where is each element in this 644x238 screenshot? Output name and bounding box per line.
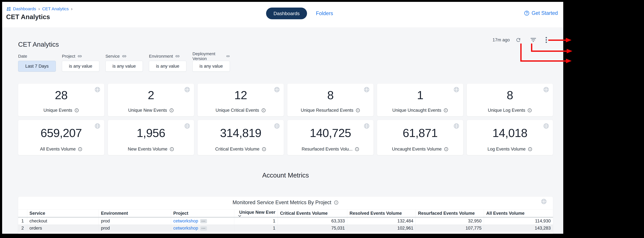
row-number: 2	[18, 224, 27, 232]
dashboard-area: CET Analytics 17m ago	[2, 28, 563, 234]
cell-environment: prod	[98, 224, 171, 232]
tile-new-events-volume[interactable]: 1,956 New Events Volume	[108, 120, 194, 155]
project-drill-menu-icon[interactable]: ···	[200, 226, 207, 230]
table-title: Monitored Service Event Metrics By Proje…	[232, 200, 331, 206]
globe-icon	[543, 123, 549, 129]
tile-label: Log Events Volume	[488, 146, 526, 152]
dashboards-grid-icon[interactable]	[6, 6, 11, 11]
filter-environment-label: Environment	[149, 54, 186, 59]
info-icon[interactable]	[169, 108, 174, 112]
metrics-table: Service Environment Project Unique New E…	[18, 210, 553, 232]
col-rownum	[18, 210, 27, 217]
filter-date-value[interactable]: Last 7 Days	[18, 61, 56, 72]
filter-icon[interactable]	[530, 38, 536, 42]
filter-date: Date Last 7 Days	[18, 54, 56, 72]
filter-deployment-version-label: Deployment Version	[192, 54, 230, 59]
breadcrumb-dashboards[interactable]: Dashboards	[13, 6, 36, 11]
info-icon[interactable]	[355, 147, 359, 152]
info-icon[interactable]	[74, 108, 79, 112]
cell-critical: 63,333	[278, 217, 347, 224]
kebab-menu-icon[interactable]	[546, 37, 547, 43]
cell-critical: 75,031	[278, 224, 347, 232]
col-resurfaced-events-volume[interactable]: Resurfaced Events Volume	[416, 210, 484, 217]
col-environment[interactable]: Environment	[98, 210, 171, 217]
globe-icon	[274, 86, 280, 93]
globe-icon	[453, 123, 460, 129]
tile-unique-log-events[interactable]: 8 Unique Log Events	[467, 84, 553, 116]
tile-log-events-volume[interactable]: 14,018 Log Events Volume	[467, 120, 553, 155]
project-drill-menu-icon[interactable]: ···	[200, 219, 207, 223]
tile-value: 61,871	[403, 126, 438, 140]
info-icon[interactable]	[444, 147, 448, 152]
col-project[interactable]: Project	[171, 210, 234, 217]
filter-environment-value[interactable]: is any value	[149, 61, 186, 72]
cell-environment: prod	[98, 217, 171, 224]
link-icon	[78, 54, 82, 58]
tab-folders[interactable]: Folders	[316, 10, 333, 16]
tile-resurfaced-events-volume[interactable]: 140,725 Resurfaced Events Volu...	[287, 120, 374, 155]
col-critical-events-volume[interactable]: Critical Events Volume	[278, 210, 347, 217]
tile-unique-critical-events[interactable]: 12 Unique Critical Events	[198, 84, 284, 116]
info-icon[interactable]	[444, 108, 448, 112]
tile-unique-events[interactable]: 28 Unique Events	[18, 84, 104, 116]
cell-all: 143,283	[484, 224, 553, 232]
breadcrumb-cet-analytics[interactable]: CET Analytics	[42, 6, 68, 11]
tile-unique-new-events[interactable]: 2 Unique New Events	[108, 84, 194, 116]
tile-value: 28	[55, 88, 68, 102]
tile-uncaught-events-volume[interactable]: 61,871 Uncaught Events Volume	[377, 120, 463, 155]
filter-project-value[interactable]: is any value	[62, 61, 99, 72]
col-unique-new-events[interactable]: Unique New Ever	[234, 210, 278, 217]
metric-tiles-row-2: 659,207 All Events Volume 1,956 New Even…	[18, 120, 553, 155]
tile-label: Unique Log Events	[488, 108, 525, 113]
tile-all-events-volume[interactable]: 659,207 All Events Volume	[18, 120, 104, 155]
info-icon[interactable]	[356, 108, 360, 112]
tab-dashboards[interactable]: Dashboards	[266, 8, 307, 19]
tile-label: Uncaught Events Volume	[392, 146, 442, 152]
info-icon[interactable]	[528, 147, 532, 152]
info-icon[interactable]	[170, 147, 174, 152]
filter-date-label: Date	[18, 54, 56, 59]
tile-label: Resurfaced Events Volu...	[302, 146, 352, 152]
info-icon[interactable]	[334, 200, 338, 205]
screenshot-canvas: Dashboards › CET Analytics › CET Analyti…	[0, 0, 644, 238]
tile-label: Unique Critical Events	[216, 108, 259, 113]
info-icon[interactable]	[528, 108, 532, 112]
info-icon[interactable]	[262, 147, 266, 152]
col-all-events-volume[interactable]: All Events Volume	[484, 210, 553, 217]
cell-service: orders	[27, 224, 98, 232]
cell-unique-new: 1	[234, 224, 278, 232]
globe-icon	[543, 86, 549, 93]
tile-label: Unique New Events	[128, 108, 167, 113]
filter-service-value[interactable]: is any value	[106, 61, 143, 72]
filter-project-label: Project	[62, 54, 99, 59]
tile-unique-uncaught-events[interactable]: 1 Unique Uncaught Events	[377, 84, 463, 116]
cell-resurfaced: 107,775	[416, 224, 484, 232]
filter-service-label: Service	[106, 54, 143, 59]
sort-desc-icon	[238, 215, 242, 217]
filter-deployment-version-value[interactable]: is any value	[192, 61, 230, 72]
tile-unique-resurfaced-events[interactable]: 8 Unique Resurfaced Events	[287, 84, 374, 116]
breadcrumb-separator: ›	[38, 6, 40, 12]
globe-icon	[184, 86, 190, 93]
project-link[interactable]: cetworkshop	[173, 226, 198, 230]
col-service[interactable]: Service	[27, 210, 98, 217]
cell-project: cetworkshop···	[171, 224, 234, 232]
tile-critical-events-volume[interactable]: 314,819 Critical Events Volume	[198, 120, 284, 155]
table-row: 1 checkout prod cetworkshop··· 1 63,333 …	[18, 217, 553, 224]
filter-service: Service is any value	[106, 54, 143, 72]
row-number: 1	[18, 217, 27, 224]
tile-value: 14,018	[492, 126, 528, 140]
info-icon[interactable]	[78, 147, 82, 152]
globe-icon	[453, 86, 460, 93]
refresh-icon[interactable]	[516, 37, 521, 43]
col-resolved-events-volume[interactable]: Resolved Events Volume	[347, 210, 416, 217]
dashboard-title: CET Analytics	[18, 40, 59, 48]
project-link[interactable]: cetworkshop	[173, 218, 198, 224]
tile-label: New Events Volume	[128, 146, 167, 152]
get-started-button[interactable]: Get Started	[524, 10, 558, 16]
info-icon[interactable]	[261, 108, 266, 112]
globe-icon	[364, 123, 370, 129]
tile-label: Critical Events Volume	[215, 146, 259, 152]
globe-icon	[274, 123, 280, 129]
tile-value: 314,819	[220, 126, 261, 140]
